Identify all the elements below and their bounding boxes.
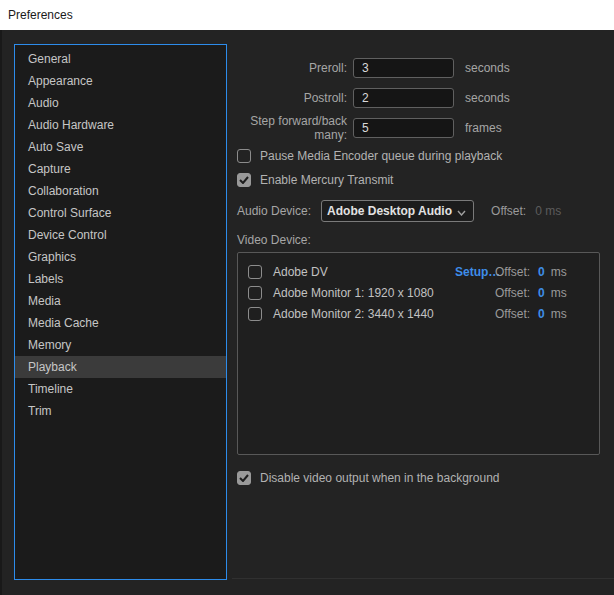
monitor-1-name: Adobe Monitor 1: 1920 x 1080 (273, 286, 455, 300)
pause-media-encoder-checkbox[interactable] (237, 149, 251, 163)
monitor-1-offset-unit: ms (551, 286, 567, 300)
video-device-list: Adobe DV Setup… Offset: 0 ms Adobe Monit… (237, 252, 600, 455)
postroll-row: Postroll: seconds (237, 83, 607, 113)
audio-offset-value: 0 ms (535, 204, 561, 218)
step-many-row: Step forward/back many: frames (237, 113, 607, 143)
preroll-input[interactable] (353, 58, 454, 78)
sidebar-item-appearance[interactable]: Appearance (15, 70, 226, 92)
adobe-dv-offset-value[interactable]: 0 (538, 265, 545, 279)
monitor-1-checkbox[interactable] (248, 286, 262, 300)
step-many-label: Step forward/back many: (237, 114, 347, 142)
pause-media-encoder-label: Pause Media Encoder queue during playbac… (260, 149, 502, 163)
audio-offset-label: Offset: (491, 204, 526, 218)
check-icon (239, 176, 249, 184)
window-left-edge (0, 30, 2, 595)
titlebar: Preferences (0, 0, 614, 30)
adobe-dv-setup-link[interactable]: Setup… (455, 265, 495, 279)
sidebar-item-media-cache[interactable]: Media Cache (15, 312, 226, 334)
bottom-divider (232, 578, 614, 579)
sidebar-item-audio[interactable]: Audio (15, 92, 226, 114)
window-title: Preferences (8, 8, 73, 22)
monitor-1-offset-value[interactable]: 0 (538, 286, 545, 300)
monitor-2-offset-label: Offset: (495, 307, 538, 321)
adobe-dv-checkbox[interactable] (248, 265, 262, 279)
preroll-unit-label: seconds (465, 61, 510, 75)
sidebar-item-memory[interactable]: Memory (15, 334, 226, 356)
monitor-2-offset-unit: ms (551, 307, 567, 321)
postroll-input[interactable] (353, 88, 454, 108)
sidebar-item-playback[interactable]: Playback (15, 356, 226, 378)
disable-video-output-label: Disable video output when in the backgro… (260, 471, 500, 485)
audio-device-label: Audio Device: (237, 204, 311, 218)
sidebar-item-trim[interactable]: Trim (15, 400, 226, 422)
adobe-dv-name: Adobe DV (273, 265, 455, 279)
postroll-label: Postroll: (237, 91, 347, 105)
preroll-row: Preroll: seconds (237, 53, 607, 83)
monitor-2-offset-value[interactable]: 0 (538, 307, 545, 321)
video-device-row-monitor-2: Adobe Monitor 2: 3440 x 1440 Offset: 0 m… (248, 303, 589, 324)
audio-device-selected-option: Adobe Desktop Audio (322, 204, 457, 218)
check-icon (239, 474, 249, 482)
audio-device-row: Audio Device: Adobe Desktop Audio Offset… (237, 199, 561, 223)
sidebar-item-auto-save[interactable]: Auto Save (15, 136, 226, 158)
step-many-input[interactable] (353, 118, 454, 138)
sidebar-item-control-surface[interactable]: Control Surface (15, 202, 226, 224)
preroll-label: Preroll: (237, 61, 347, 75)
video-device-label: Video Device: (237, 233, 311, 247)
monitor-2-name: Adobe Monitor 2: 3440 x 1440 (273, 307, 455, 321)
video-device-row-monitor-1: Adobe Monitor 1: 1920 x 1080 Offset: 0 m… (248, 282, 589, 303)
monitor-1-offset-label: Offset: (495, 286, 538, 300)
disable-video-output-checkbox[interactable] (237, 471, 251, 485)
audio-device-dropdown[interactable]: Adobe Desktop Audio (321, 200, 474, 222)
chevron-down-icon (457, 202, 466, 220)
enable-mercury-transmit-label: Enable Mercury Transmit (260, 173, 393, 187)
sidebar-item-graphics[interactable]: Graphics (15, 246, 226, 268)
sidebar-item-audio-hardware[interactable]: Audio Hardware (15, 114, 226, 136)
postroll-unit-label: seconds (465, 91, 510, 105)
sidebar-item-device-control[interactable]: Device Control (15, 224, 226, 246)
adobe-dv-offset-label: Offset: (495, 265, 538, 279)
sidebar-item-general[interactable]: General (15, 48, 226, 70)
monitor-2-checkbox[interactable] (248, 307, 262, 321)
enable-mercury-transmit-row: Enable Mercury Transmit (237, 168, 393, 191)
enable-mercury-transmit-checkbox[interactable] (237, 173, 251, 187)
sidebar-item-labels[interactable]: Labels (15, 268, 226, 290)
sidebar-item-timeline[interactable]: Timeline (15, 378, 226, 400)
sidebar-item-collaboration[interactable]: Collaboration (15, 180, 226, 202)
sidebar-item-capture[interactable]: Capture (15, 158, 226, 180)
preferences-category-list: General Appearance Audio Audio Hardware … (14, 44, 227, 580)
pause-media-encoder-row: Pause Media Encoder queue during playbac… (237, 144, 502, 167)
video-device-row-adobe-dv: Adobe DV Setup… Offset: 0 ms (248, 261, 589, 282)
sidebar-item-media[interactable]: Media (15, 290, 226, 312)
disable-video-output-row: Disable video output when in the backgro… (237, 466, 500, 489)
step-many-unit-label: frames (465, 121, 502, 135)
adobe-dv-offset-unit: ms (551, 265, 567, 279)
